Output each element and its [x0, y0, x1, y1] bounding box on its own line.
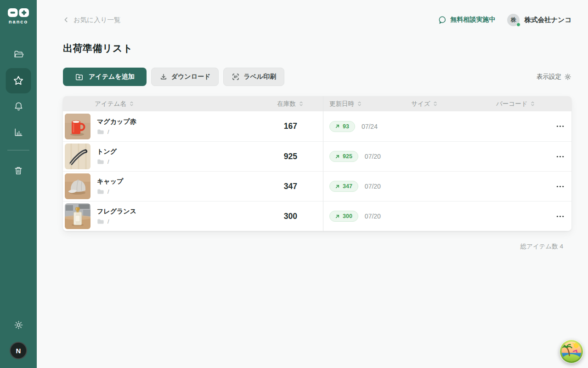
stock-cell: 167: [245, 111, 323, 141]
change-value: 925: [343, 153, 352, 160]
item-cell: キャップ /: [63, 172, 245, 201]
gear-icon: [564, 73, 571, 80]
download-button[interactable]: ダウンロード: [151, 68, 219, 86]
back-link[interactable]: お気に入り一覧: [63, 16, 121, 24]
product-image-cap: [65, 173, 90, 199]
product-image-red-mug: [65, 114, 90, 139]
updated-date: 07/24: [362, 123, 378, 130]
ellipsis-icon: [556, 125, 564, 127]
product-image-tongs: [65, 144, 90, 169]
sidebar-item-notifications[interactable]: [9, 97, 28, 115]
company-name: 株式会社ナンコ: [524, 16, 571, 24]
size-cell: [407, 172, 485, 201]
folder-icon: [97, 218, 104, 224]
toolbar: アイテムを追加 ダウンロード ラベル印刷 表示設定: [63, 68, 571, 86]
sidebar: nanco: [0, 0, 37, 368]
updated-cell: 347 07/20: [323, 172, 407, 201]
sidebar-item-folders[interactable]: [9, 45, 28, 63]
stock-change-badge: 347: [329, 181, 358, 192]
updated-cell: 93 07/24: [323, 111, 407, 141]
item-info: フレグランス /: [97, 207, 136, 225]
sidebar-item-favorites[interactable]: [6, 68, 31, 93]
sidebar-item-trash[interactable]: [9, 161, 28, 180]
item-name: キャップ: [97, 178, 123, 186]
actions-cell: [549, 201, 571, 231]
consultation-link[interactable]: 無料相談実施中: [438, 16, 495, 24]
trash-icon: [13, 166, 23, 176]
sidebar-item-settings[interactable]: [9, 316, 28, 334]
actions-cell: [549, 111, 571, 141]
item-path: /: [97, 218, 136, 225]
sidebar-item-analytics[interactable]: [9, 123, 28, 141]
item-path: /: [97, 188, 123, 195]
column-header-barcode[interactable]: バーコード: [485, 96, 549, 111]
actions-cell: [549, 142, 571, 171]
item-cell: トング /: [63, 142, 245, 171]
bell-icon: [13, 101, 24, 112]
column-header-updated[interactable]: 更新日時: [323, 96, 407, 111]
barcode-cell: [485, 201, 549, 231]
sort-icon: [299, 101, 304, 107]
brand-name: nanco: [9, 19, 28, 24]
folder-icon: [97, 189, 104, 195]
trend-up-icon: [335, 154, 340, 159]
trend-up-icon: [335, 214, 340, 219]
chat-bubble-icon: [438, 16, 447, 24]
item-cell: マグカップ赤 /: [63, 111, 245, 141]
item-info: マグカップ赤 /: [97, 118, 136, 135]
user-avatar-letter: N: [16, 347, 21, 355]
updated-date: 07/20: [365, 213, 381, 220]
item-info: キャップ /: [97, 178, 123, 195]
back-link-label: お気に入り一覧: [74, 16, 121, 24]
print-label-button[interactable]: ラベル印刷: [223, 68, 284, 86]
stock-change-badge: 925: [329, 151, 358, 162]
topbar: お気に入り一覧 無料相談実施中 株 株式会社ナンコ: [63, 13, 571, 27]
column-header-name[interactable]: アイテム名: [63, 96, 245, 111]
table-row[interactable]: トング / 925 925 07/20: [63, 141, 571, 171]
table-row[interactable]: フレグランス / 300 300 07/20: [63, 201, 571, 231]
consultation-label: 無料相談実施中: [450, 16, 495, 24]
size-cell: [407, 201, 485, 231]
nanco-logo-icon: [8, 8, 29, 17]
row-menu-button[interactable]: [554, 153, 567, 161]
sort-icon: [129, 101, 134, 107]
user-avatar[interactable]: N: [10, 342, 27, 359]
item-path-text: /: [107, 188, 109, 195]
barcode-cell: [485, 142, 549, 171]
table-row[interactable]: マグカップ赤 / 167 93 07/24: [63, 111, 571, 141]
item-path: /: [97, 128, 136, 135]
chart-icon: [13, 127, 24, 138]
row-menu-button[interactable]: [554, 213, 567, 220]
gear-icon: [14, 320, 23, 330]
column-header-stock[interactable]: 在庫数: [245, 96, 323, 111]
ellipsis-icon: [556, 155, 564, 158]
table-row[interactable]: キャップ / 347 347 07/20: [63, 171, 571, 201]
online-status-dot: [516, 23, 520, 27]
display-settings-button[interactable]: 表示設定: [537, 73, 571, 81]
item-name: トング: [97, 148, 117, 156]
column-header-size[interactable]: サイズ: [407, 96, 485, 111]
trend-up-icon: [335, 184, 340, 189]
stock-cell: 925: [245, 142, 323, 171]
download-label: ダウンロード: [171, 73, 211, 81]
company-menu[interactable]: 株 株式会社ナンコ: [507, 14, 571, 26]
folder-icon: [13, 49, 24, 60]
topbar-right: 無料相談実施中 株 株式会社ナンコ: [438, 14, 571, 26]
sort-icon: [357, 101, 362, 107]
column-header-actions: [549, 96, 571, 111]
row-menu-button[interactable]: [554, 183, 567, 190]
size-cell: [407, 142, 485, 171]
row-menu-button[interactable]: [554, 122, 567, 130]
updated-date: 07/20: [365, 153, 381, 160]
chevron-left-icon: [63, 17, 69, 23]
column-label: バーコード: [496, 100, 527, 108]
item-path-text: /: [107, 218, 109, 225]
sort-icon: [530, 101, 535, 107]
items-table: アイテム名 在庫数 更新日時 サイズ バーコード: [63, 96, 571, 231]
star-icon: [13, 75, 24, 86]
column-label: アイテム名: [95, 100, 126, 108]
main-content: お気に入り一覧 無料相談実施中 株 株式会社ナンコ 出荷準備リスト: [37, 0, 588, 368]
column-label: 更新日時: [329, 100, 354, 108]
island-widget-button[interactable]: [560, 339, 583, 363]
add-item-button[interactable]: アイテムを追加: [63, 68, 147, 86]
